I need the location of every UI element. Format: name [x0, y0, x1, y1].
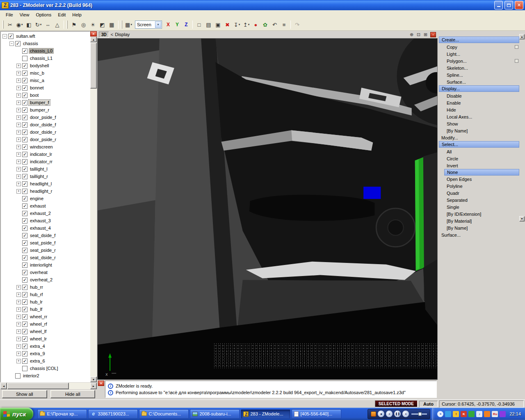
- tree-item-hub-lf[interactable]: +✓hub_lf: [1, 306, 90, 313]
- tree-item-door-pside-r[interactable]: +✓door_pside_r: [1, 136, 90, 143]
- expand-icon[interactable]: +: [16, 174, 21, 179]
- expand-icon[interactable]: +: [16, 93, 21, 98]
- viewport-mode-button[interactable]: 3D: [99, 32, 109, 38]
- tree-item-headlight-l[interactable]: +✓headlight_l: [1, 180, 90, 187]
- tree-item-bumper-r[interactable]: +✓bumper_r: [1, 106, 90, 114]
- screen-view-combobox[interactable]: Screen▾: [135, 21, 162, 29]
- tree-item-wheel-rr[interactable]: +✓wheel_rr: [1, 313, 90, 320]
- menu-view[interactable]: View: [16, 11, 33, 18]
- expand-icon[interactable]: +: [16, 352, 21, 356]
- tree-item-label[interactable]: bumper_f: [29, 100, 50, 105]
- expand-icon[interactable]: +: [16, 344, 21, 349]
- tree-item-hub-rf[interactable]: +✓hub_rf: [1, 291, 90, 298]
- zoom-region-icon[interactable]: ⊡: [415, 32, 422, 38]
- visibility-checkbox[interactable]: ✓: [22, 270, 27, 275]
- menu-options[interactable]: Options: [32, 11, 55, 18]
- scroll-up-button[interactable]: ▲: [90, 37, 97, 42]
- expand-icon[interactable]: +: [16, 100, 21, 105]
- menu-light[interactable]: Light...: [438, 50, 519, 57]
- tray-icon-3[interactable]: K: [461, 411, 467, 417]
- tree-item-label[interactable]: taillight_r: [29, 173, 49, 179]
- tree-item-engine[interactable]: ✓engine: [1, 195, 90, 202]
- tree-item-label[interactable]: indicator_lr: [29, 151, 53, 157]
- tree-item-label[interactable]: hub_lf: [29, 306, 43, 312]
- visibility-checkbox[interactable]: ✓: [22, 277, 27, 283]
- tree-item-sultan-wft[interactable]: −✓sultan.wft: [1, 32, 90, 40]
- tray-icon-1[interactable]: [445, 411, 451, 417]
- expand-icon[interactable]: +: [16, 145, 21, 149]
- tree-item-hub-lr[interactable]: +✓hub_lr: [1, 298, 90, 306]
- visibility-checkbox[interactable]: ✓: [22, 299, 27, 305]
- zoom-extents-icon[interactable]: ⊕: [409, 32, 415, 38]
- menu-quadr[interactable]: Quadr: [438, 189, 519, 196]
- visibility-checkbox[interactable]: ✓: [22, 144, 27, 150]
- visibility-checkbox[interactable]: ✓: [22, 48, 27, 54]
- tree-item-bonnet[interactable]: +✓bonnet: [1, 84, 90, 91]
- material-editor-button[interactable]: ◩: [98, 20, 107, 29]
- visibility-checkbox[interactable]: ✓: [22, 107, 27, 113]
- submenu-pin-box[interactable]: [515, 45, 518, 49]
- expand-icon[interactable]: +: [16, 123, 21, 127]
- flag-tool-button[interactable]: ⚑: [69, 20, 79, 29]
- menu-single[interactable]: Single: [438, 203, 519, 210]
- volume-slider-knob[interactable]: [418, 412, 422, 416]
- tree-item-label[interactable]: boot: [29, 92, 40, 98]
- tree-item-label[interactable]: wheel_rf: [29, 321, 48, 327]
- menu-local-axes[interactable]: Local Axes...: [438, 113, 519, 120]
- visibility-checkbox[interactable]: ✓: [22, 336, 27, 342]
- expand-icon[interactable]: +: [16, 152, 21, 157]
- tree-item-label[interactable]: door_pside_f: [29, 114, 57, 120]
- pan-view-icon[interactable]: ⊞: [422, 32, 429, 38]
- previous-button[interactable]: «: [386, 411, 393, 417]
- visibility-checkbox[interactable]: ✓: [22, 314, 27, 320]
- scroll-right-button[interactable]: ►: [90, 383, 97, 389]
- task-button-c-documents[interactable]: C:\Documents...: [139, 409, 189, 419]
- visibility-checkbox[interactable]: ✓: [22, 189, 27, 194]
- menu-polygon[interactable]: Polygon...: [438, 57, 519, 64]
- menu-surface[interactable]: Surface...: [438, 231, 519, 238]
- expand-icon[interactable]: +: [16, 285, 21, 290]
- tree-item-wheel-rf[interactable]: +✓wheel_rf: [1, 320, 90, 328]
- tree-item-overheat[interactable]: ✓overheat: [1, 269, 90, 276]
- tree-item-label[interactable]: hub_rf: [29, 292, 44, 297]
- rotate-tool-button[interactable]: ↻▾: [34, 20, 43, 29]
- menu-select[interactable]: Select...: [439, 141, 519, 148]
- tree-item-misc-b[interactable]: +✓misc_b: [1, 69, 90, 77]
- visibility-checkbox[interactable]: ✓: [22, 63, 27, 68]
- tree-item-label[interactable]: exhaust_3: [29, 218, 52, 224]
- stop-button[interactable]: ■: [378, 411, 384, 417]
- visibility-checkbox[interactable]: ✓: [22, 307, 27, 312]
- tree-item-taillight-r[interactable]: +✓taillight_r: [1, 173, 90, 180]
- expand-icon[interactable]: +: [16, 130, 21, 135]
- visibility-checkbox[interactable]: ✓: [22, 71, 27, 76]
- tree-item-headlight-r[interactable]: +✓headlight_r: [1, 187, 90, 195]
- menu-hide[interactable]: Hide: [438, 106, 519, 113]
- tree-item-label[interactable]: overheat: [29, 269, 49, 275]
- tree-item-label[interactable]: interiorlight: [29, 262, 53, 268]
- expand-icon[interactable]: +: [16, 359, 21, 363]
- menu-skeleton[interactable]: Skeleton...: [438, 64, 519, 71]
- start-button[interactable]: пуск: [0, 408, 33, 420]
- toolbar-grip[interactable]: [2, 21, 4, 29]
- tree-item-chassis-l1[interactable]: chassis_L1: [1, 55, 90, 62]
- tree-item-windscreen[interactable]: +✓windscreen: [1, 143, 90, 151]
- tree-item-label[interactable]: chassis [COL]: [29, 365, 59, 371]
- menu-by-name[interactable]: [By Name]: [438, 224, 519, 231]
- tree-item-label[interactable]: seat_pside_r: [29, 247, 57, 253]
- expand-icon[interactable]: +: [16, 78, 21, 83]
- undo-button[interactable]: ↶: [270, 20, 279, 29]
- menu-help[interactable]: Help: [69, 11, 85, 18]
- menu-polyline[interactable]: Polyline: [438, 183, 519, 189]
- tree-item-exhaust-3[interactable]: ✓exhaust_3: [1, 217, 90, 224]
- tree-item-taillight-l[interactable]: +✓taillight_l: [1, 165, 90, 173]
- axis-y-button[interactable]: Y: [173, 20, 182, 29]
- tree-item-label[interactable]: headlight_r: [29, 188, 53, 194]
- visibility-checkbox[interactable]: ✓: [22, 226, 27, 231]
- tree-panel-close-button[interactable]: ✕: [90, 31, 97, 37]
- task-button-405-556-640[interactable]: [405-556-640]...: [292, 409, 341, 419]
- visibility-checkbox[interactable]: ✓: [22, 167, 27, 172]
- tree-item-label[interactable]: seat_pside_f: [29, 240, 57, 246]
- axis-z-button[interactable]: Z: [182, 20, 191, 29]
- tree-item-interior2[interactable]: interior2: [1, 372, 90, 379]
- scroll-left-button[interactable]: ◄: [0, 383, 7, 389]
